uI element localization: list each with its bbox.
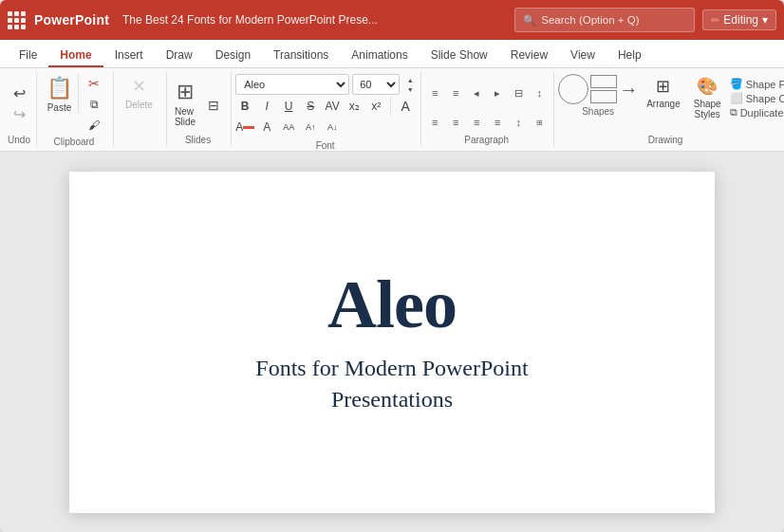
rect-shape-2[interactable] bbox=[590, 90, 617, 103]
clipboard-buttons: 📋 Paste ✂ ⧉ 🖌 bbox=[41, 74, 107, 135]
duplicate-item[interactable]: ⧉ Duplicate bbox=[730, 106, 784, 119]
tab-home[interactable]: Home bbox=[48, 45, 103, 67]
redo-button[interactable]: ↪ bbox=[8, 104, 30, 123]
clipboard-group-label: Clipboard bbox=[41, 135, 107, 147]
align-center-button[interactable]: ≡ bbox=[446, 114, 465, 131]
tab-transitions[interactable]: Transitions bbox=[262, 45, 340, 67]
char-spacing-button[interactable]: AА bbox=[279, 118, 298, 137]
cut-button[interactable]: ✂ bbox=[83, 74, 105, 93]
indent-dec-button[interactable]: ◂ bbox=[467, 84, 486, 101]
tab-view[interactable]: View bbox=[559, 45, 607, 67]
tab-draw[interactable]: Draw bbox=[155, 45, 204, 67]
ribbon-tabs: File Home Insert Draw Design Transitions… bbox=[0, 40, 784, 68]
arrange-label: Arrange bbox=[646, 99, 681, 109]
ribbon-toolbar: ↩ ↪ Undo 📋 Paste ✂ ⧉ bbox=[0, 68, 784, 152]
font-size-select[interactable]: 60 bbox=[352, 74, 400, 95]
columns-button[interactable]: ⊟ bbox=[509, 84, 528, 101]
undo-group-label: Undo bbox=[8, 133, 30, 145]
shape-outline-item[interactable]: ⬜ Shape Outline ▾ bbox=[730, 92, 784, 104]
underline-button[interactable]: U bbox=[279, 97, 298, 116]
clipboard-right: ✂ ⧉ 🖌 bbox=[81, 74, 107, 135]
tab-animations[interactable]: Animations bbox=[340, 45, 419, 67]
tab-slideshow[interactable]: Slide Show bbox=[420, 45, 499, 67]
font-color-icon: A bbox=[235, 120, 243, 134]
shapes-section: → Shapes bbox=[558, 74, 638, 117]
styles-label: ShapeStyles bbox=[694, 99, 721, 119]
slide-title: Aleo bbox=[327, 267, 457, 342]
align-left-button[interactable]: ≡ bbox=[425, 114, 444, 131]
para-row-1: ≡ ≡ ◂ ▸ ⊟ ↕ bbox=[425, 74, 549, 112]
new-slide-button[interactable]: ⊞ NewSlide bbox=[171, 78, 199, 129]
drawing-group-label: Drawing bbox=[558, 133, 773, 145]
arrange-icon: ⊞ bbox=[656, 76, 670, 97]
tab-design[interactable]: Design bbox=[204, 45, 262, 67]
kerning-button[interactable]: AV bbox=[323, 97, 342, 116]
delete-button[interactable]: ✕ Delete bbox=[118, 74, 160, 112]
shape-fill-item[interactable]: 🪣 Shape Fill ▾ bbox=[730, 78, 784, 90]
rect-shape[interactable] bbox=[590, 75, 617, 88]
arrange-button[interactable]: ⊞ Arrange bbox=[642, 74, 685, 111]
waffle-icon[interactable] bbox=[8, 11, 25, 28]
tab-file[interactable]: File bbox=[8, 45, 48, 67]
arrow-shape[interactable]: → bbox=[619, 79, 638, 101]
font-size-up-button[interactable]: A↑ bbox=[301, 118, 320, 137]
superscript-button[interactable]: x² bbox=[366, 97, 385, 116]
tab-review[interactable]: Review bbox=[499, 45, 559, 67]
bullets-button[interactable]: ≡ bbox=[425, 84, 444, 101]
pencil-icon: ✏ bbox=[711, 14, 719, 27]
strikethrough-button[interactable]: S bbox=[301, 97, 320, 116]
ribbon-group-drawing: → Shapes ⊞ Arrange 🎨 ShapeStyles 🪣 Shape… bbox=[554, 72, 778, 147]
line-spacing-button[interactable]: ↕ bbox=[509, 114, 528, 131]
undo-button[interactable]: ↩ bbox=[8, 83, 30, 102]
bold-button[interactable]: B bbox=[235, 97, 254, 116]
editing-label: Editing bbox=[723, 13, 758, 27]
app-window: PowerPoint The Best 24 Fonts for Modern … bbox=[0, 0, 784, 532]
justify-button[interactable]: ≡ bbox=[488, 114, 507, 131]
para-settings-button[interactable]: ⊞ bbox=[530, 114, 549, 131]
divider bbox=[390, 98, 391, 115]
ribbon-group-font: Aleo 60 ▲ ▼ B I U S AV x₂ x² A bbox=[232, 72, 421, 147]
font-group-label: Font bbox=[235, 138, 415, 151]
font-size-down-button[interactable]: A↓ bbox=[323, 118, 342, 137]
ribbon-group-delete: ✕ Delete _ bbox=[114, 72, 167, 147]
slide-layout-button[interactable]: ⊟ bbox=[202, 96, 225, 115]
font-size-increase-button[interactable]: ▲ bbox=[402, 75, 418, 84]
shape-fill-label: Shape Fill bbox=[746, 79, 784, 90]
subscript-button[interactable]: x₂ bbox=[345, 97, 364, 116]
paste-label: Paste bbox=[47, 102, 72, 113]
format-painter-button[interactable]: 🖌 bbox=[83, 116, 105, 135]
ribbon-group-paragraph: ≡ ≡ ◂ ▸ ⊟ ↕ ≡ ≡ ≡ ≡ ↕ ⊞ Paragraph bbox=[421, 72, 554, 147]
title-bar-right: 🔍 Search (Option + Q) ✏ Editing ▾ bbox=[514, 8, 776, 32]
title-bar: PowerPoint The Best 24 Fonts for Modern … bbox=[0, 0, 784, 40]
copy-button[interactable]: ⧉ bbox=[83, 95, 105, 114]
fill-icon: 🪣 bbox=[730, 78, 743, 90]
font-size-decrease-button[interactable]: ▼ bbox=[402, 84, 418, 94]
highlight-button[interactable]: A bbox=[257, 118, 276, 137]
document-title: The Best 24 Fonts for Modern PowerPoint … bbox=[122, 13, 378, 27]
drawing-right: 🪣 Shape Fill ▾ ⬜ Shape Outline ▾ ⧉ Dupli… bbox=[730, 74, 784, 119]
rect-shapes bbox=[590, 75, 617, 103]
search-box[interactable]: 🔍 Search (Option + Q) bbox=[514, 8, 695, 32]
italic-button[interactable]: I bbox=[257, 97, 276, 116]
shape-styles-button[interactable]: 🎨 ShapeStyles bbox=[689, 74, 726, 121]
text-dir-button[interactable]: ↕ bbox=[530, 84, 549, 101]
clear-format-button[interactable]: A bbox=[396, 97, 415, 116]
slide-area: Aleo Fonts for Modern PowerPointPresenta… bbox=[0, 152, 784, 532]
oval-shape[interactable] bbox=[558, 74, 588, 104]
tab-help[interactable]: Help bbox=[607, 45, 653, 67]
ribbon-group-slides: ⊞ NewSlide ⊟ Slides bbox=[167, 72, 232, 147]
paste-button[interactable]: 📋 Paste bbox=[41, 74, 79, 115]
shapes-grid: → bbox=[558, 74, 638, 104]
numbering-button[interactable]: ≡ bbox=[446, 84, 465, 101]
font-name-select[interactable]: Aleo bbox=[235, 74, 349, 95]
slide-canvas[interactable]: Aleo Fonts for Modern PowerPointPresenta… bbox=[69, 172, 715, 513]
align-right-button[interactable]: ≡ bbox=[467, 114, 486, 131]
tab-insert[interactable]: Insert bbox=[103, 45, 155, 67]
font-color-button[interactable]: A bbox=[235, 118, 254, 137]
editing-button[interactable]: ✏ Editing ▾ bbox=[702, 9, 776, 30]
slides-buttons: ⊞ NewSlide ⊟ bbox=[171, 74, 225, 133]
scissors-icon: ✂ bbox=[88, 76, 100, 91]
indent-inc-button[interactable]: ▸ bbox=[488, 84, 507, 101]
para-row-2: ≡ ≡ ≡ ≡ ↕ ⊞ bbox=[425, 114, 549, 131]
undo-buttons: ↩ ↪ bbox=[8, 74, 30, 133]
